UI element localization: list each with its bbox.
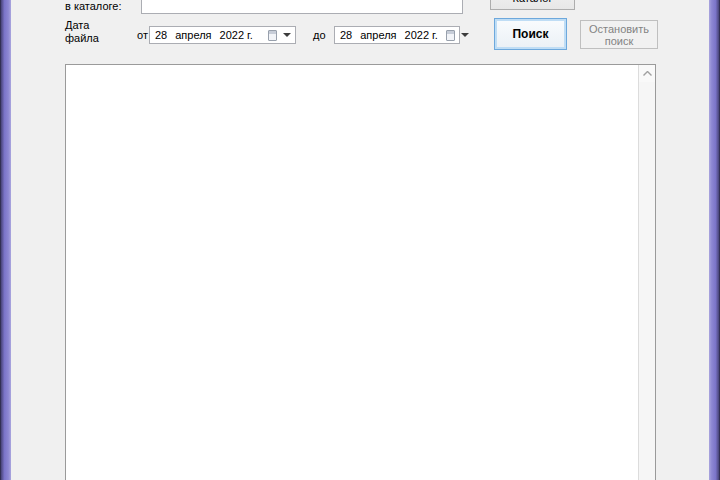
in-catalog-label: в каталоге:	[65, 0, 121, 12]
file-date-label-line1: Дата	[65, 19, 89, 31]
date-from-month[interactable]: апреля	[175, 29, 211, 41]
date-from-day[interactable]: 28	[155, 29, 167, 41]
date-to-picker[interactable]: 28 апреля 2022 г.	[334, 26, 460, 44]
scroll-up-button[interactable]	[639, 65, 655, 82]
search-button-label: Поиск	[512, 27, 548, 41]
vertical-scrollbar[interactable]	[638, 65, 655, 480]
date-from-label: от	[137, 29, 148, 41]
catalog-button[interactable]: Каталог	[490, 0, 575, 10]
stop-button-label-line1: Остановить	[589, 23, 649, 35]
window-border-left	[0, 0, 11, 480]
file-date-label-line2: файла	[65, 32, 99, 44]
date-from-dropdown[interactable]	[268, 30, 295, 41]
calendar-icon	[446, 30, 455, 41]
calendar-icon	[268, 30, 277, 41]
window-border-right	[709, 0, 720, 480]
results-list[interactable]	[65, 64, 656, 480]
dropdown-arrow-icon	[461, 33, 469, 37]
dropdown-arrow-icon	[283, 33, 291, 37]
date-to-dropdown[interactable]	[446, 30, 473, 41]
stop-button-label-line2: поиск	[605, 35, 634, 47]
date-from-picker[interactable]: 28 апреля 2022 г.	[149, 26, 296, 44]
date-to-year[interactable]: 2022 г.	[405, 29, 438, 41]
date-from-year[interactable]: 2022 г.	[220, 29, 253, 41]
stop-search-button[interactable]: Остановить поиск	[580, 20, 658, 49]
chevron-up-icon	[643, 71, 652, 76]
app-window: в каталоге: Каталог Дата файла от 28 апр…	[0, 0, 720, 480]
catalog-button-label: Каталог	[513, 0, 553, 4]
date-to-day[interactable]: 28	[340, 29, 352, 41]
date-to-month[interactable]: апреля	[360, 29, 396, 41]
catalog-path-input[interactable]	[141, 0, 463, 14]
date-to-label: до	[313, 29, 326, 41]
search-button[interactable]: Поиск	[494, 18, 567, 50]
